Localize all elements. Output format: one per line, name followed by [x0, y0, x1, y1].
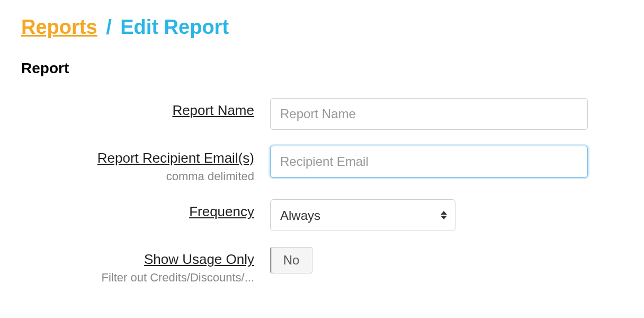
- show-usage-only-toggle[interactable]: No: [270, 247, 312, 273]
- breadcrumb-reports-link[interactable]: Reports: [21, 16, 97, 38]
- frequency-select[interactable]: Always: [270, 199, 455, 231]
- recipient-emails-label: Report Recipient Email(s): [97, 150, 254, 166]
- form-row-report-name: Report Name: [21, 98, 623, 130]
- form-row-frequency: Frequency Always: [21, 199, 623, 231]
- show-usage-only-label: Show Usage Only: [144, 251, 254, 268]
- section-title: Report: [21, 60, 623, 77]
- report-name-input[interactable]: [270, 98, 588, 130]
- recipient-emails-sublabel: comma delimited: [21, 170, 254, 183]
- show-usage-only-sublabel: Filter out Credits/Discounts/...: [21, 271, 254, 285]
- report-name-label: Report Name: [172, 102, 254, 119]
- form-row-recipient-emails: Report Recipient Email(s) comma delimite…: [21, 146, 623, 183]
- recipient-emails-input[interactable]: [270, 146, 588, 178]
- breadcrumb-current: Edit Report: [120, 16, 229, 38]
- breadcrumb: Reports / Edit Report: [21, 16, 623, 39]
- breadcrumb-separator: /: [106, 16, 112, 38]
- form-row-show-usage-only: Show Usage Only Filter out Credits/Disco…: [21, 247, 623, 285]
- frequency-label: Frequency: [189, 204, 254, 220]
